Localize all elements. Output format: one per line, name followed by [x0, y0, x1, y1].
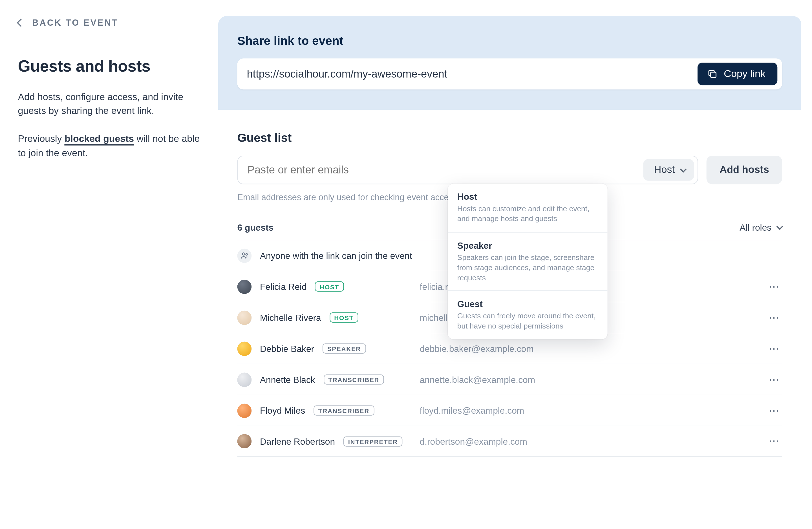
guest-row: Darlene Robertson INTERPRETER d.robertso… [237, 426, 782, 457]
guest-name: Darlene Robertson [260, 436, 335, 446]
role-option-desc: Guests can freely move around the event,… [457, 312, 598, 332]
role-option-title: Speaker [457, 240, 598, 251]
role-option[interactable]: Guest Guests can freely move around the … [448, 291, 608, 340]
guest-name: Debbie Baker [260, 343, 314, 354]
intro-text-1: Add hosts, configure access, and invite … [18, 90, 209, 118]
role-option-title: Guest [457, 299, 598, 309]
guest-email: annette.black@example.com [420, 374, 757, 385]
svg-rect-0 [711, 72, 716, 77]
chevron-left-icon [17, 18, 25, 27]
copy-link-button[interactable]: Copy link [697, 62, 777, 85]
guest-row: Annette Black TRANSCRIBER annette.black@… [237, 364, 782, 395]
row-more-button[interactable]: ⋯ [767, 373, 782, 386]
intro-text-2: Previously blocked guests will not be ab… [18, 132, 209, 160]
email-input[interactable] [246, 163, 643, 177]
blocked-guests-link[interactable]: blocked guests [64, 134, 134, 145]
guest-email: d.robertson@example.com [420, 436, 757, 446]
role-badge: HOST [315, 282, 344, 291]
avatar [237, 403, 252, 418]
chevron-down-icon [680, 166, 686, 172]
share-url-input[interactable] [246, 67, 697, 81]
svg-point-1 [242, 253, 244, 255]
avatar [237, 311, 252, 325]
share-link-box: Copy link [237, 58, 782, 89]
role-badge: HOST [329, 312, 358, 323]
role-option[interactable]: Host Hosts can customize and edit the ev… [448, 184, 608, 232]
avatar [237, 342, 252, 356]
share-section: Share link to event Copy link [218, 16, 801, 110]
role-badge: SPEAKER [322, 343, 366, 354]
back-to-event-link[interactable]: BACK TO EVENT [18, 18, 209, 27]
chevron-down-icon [777, 223, 783, 230]
guest-list-title: Guest list [237, 131, 782, 145]
role-option-desc: Speakers can join the stage, screenshare… [457, 253, 598, 283]
people-icon [237, 248, 252, 263]
row-more-button[interactable]: ⋯ [767, 434, 782, 448]
row-more-button[interactable]: ⋯ [767, 311, 782, 324]
role-select[interactable]: Host [643, 159, 694, 181]
guest-count: 6 guests [237, 223, 274, 233]
share-title: Share link to event [237, 34, 782, 48]
role-option-title: Host [457, 191, 598, 202]
role-option-desc: Hosts can customize and edit the event, … [457, 204, 598, 224]
role-badge: TRANSCRIBER [323, 374, 384, 385]
avatar [237, 434, 252, 448]
avatar [237, 372, 252, 387]
guest-name: Felicia Reid [260, 282, 307, 291]
add-hosts-button[interactable]: Add hosts [706, 156, 782, 184]
email-input-box: Host [237, 156, 698, 184]
row-more-button[interactable]: ⋯ [767, 404, 782, 417]
back-label: BACK TO EVENT [32, 18, 118, 27]
role-dropdown: Host Hosts can customize and edit the ev… [448, 184, 608, 339]
guest-name: Floyd Miles [260, 405, 305, 416]
guest-row: Floyd Miles TRANSCRIBER floyd.miles@exam… [237, 395, 782, 426]
avatar [237, 280, 252, 294]
row-more-button[interactable]: ⋯ [767, 342, 782, 355]
role-option[interactable]: Speaker Speakers can join the stage, scr… [448, 232, 608, 291]
copy-icon [707, 69, 718, 79]
row-more-button[interactable]: ⋯ [767, 280, 782, 293]
role-badge: TRANSCRIBER [314, 405, 374, 416]
role-filter[interactable]: All roles [740, 223, 782, 233]
guest-name: Annette Black [260, 374, 315, 385]
page-title: Guests and hosts [18, 57, 209, 76]
guest-email: debbie.baker@example.com [420, 343, 757, 354]
guest-email: floyd.miles@example.com [420, 405, 757, 416]
role-badge: INTERPRETER [344, 436, 403, 446]
svg-point-2 [246, 254, 247, 255]
guest-name: Michelle Rivera [260, 312, 321, 323]
anyone-text: Anyone with the link can join the event [260, 251, 412, 260]
